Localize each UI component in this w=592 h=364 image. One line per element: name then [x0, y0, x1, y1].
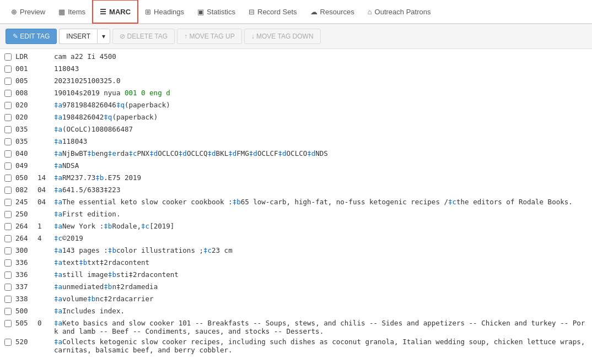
- marc-row-checkbox[interactable]: [4, 234, 15, 244]
- marc-row-checkbox[interactable]: [4, 246, 15, 256]
- nav-preview[interactable]: ⊕ Preview: [4, 0, 52, 24]
- marc-row: 2641‡aNew York :‡bRodale,‡c[2019]: [4, 221, 588, 233]
- edit-tag-label: ✎ EDIT TAG: [13, 32, 50, 40]
- marc-tag: 008: [15, 89, 37, 97]
- marc-row: 020‡a1984826042‡q(paperback): [4, 112, 588, 124]
- marc-toolbar: ✎ EDIT TAG INSERT ▾ ⊘ DELETE TAG ↑ MOVE …: [0, 24, 592, 49]
- edit-tag-button[interactable]: ✎ EDIT TAG: [6, 29, 57, 44]
- marc-tag: 035: [15, 125, 37, 133]
- marc-tag: 035: [15, 137, 37, 145]
- nav-headings[interactable]: ⊞ Headings: [138, 0, 191, 24]
- marc-tag: 005: [15, 77, 37, 85]
- marc-row-checkbox[interactable]: [4, 338, 15, 347]
- marc-data: ‡a(OCoLC)1080866487: [54, 125, 588, 133]
- marc-tag: 082: [15, 186, 37, 194]
- headings-icon: ⊞: [145, 8, 151, 16]
- marc-row-checkbox[interactable]: [4, 173, 15, 183]
- nav-items[interactable]: ▦ Items: [52, 0, 92, 24]
- marc-data: ‡aNDSA: [54, 161, 588, 170]
- marc-data: ‡atext‡btxt‡2rdacontent: [54, 258, 588, 267]
- marc-data: ‡avolume‡bnc‡2rdacarrier: [54, 295, 588, 303]
- marc-row-checkbox[interactable]: [4, 125, 15, 135]
- marc-row-checkbox[interactable]: [4, 270, 15, 280]
- nav-outreach-patrons-label: Outreach Patrons: [375, 8, 431, 16]
- nav-statistics[interactable]: ▣ Statistics: [191, 0, 242, 24]
- marc-indicators: 14: [37, 173, 54, 182]
- marc-row: 520‡aCollects ketogenic slow cooker reci…: [4, 336, 588, 355]
- marc-row-checkbox[interactable]: [4, 258, 15, 268]
- marc-row-checkbox[interactable]: [4, 137, 15, 147]
- marc-row-checkbox[interactable]: [4, 149, 15, 159]
- marc-data: ‡a143 pages :‡bcolor illustrations ;‡c23…: [54, 246, 588, 254]
- marc-tag: 336: [15, 258, 37, 267]
- move-tag-up-button[interactable]: ↑ MOVE TAG UP: [177, 29, 242, 44]
- marc-tag: 020: [15, 101, 37, 109]
- marc-row-checkbox[interactable]: [4, 307, 15, 317]
- nav-outreach-patrons[interactable]: ⌂ Outreach Patrons: [361, 0, 438, 24]
- marc-row: 08204‡a641.5/6383‡223: [4, 184, 588, 197]
- marc-row: 300‡a143 pages :‡bcolor illustrations ;‡…: [4, 245, 588, 257]
- marc-row: 24504‡aThe essential keto slow cooker co…: [4, 197, 588, 209]
- marc-row-checkbox[interactable]: [4, 89, 15, 99]
- nav-marc-label: MARC: [109, 8, 131, 16]
- delete-tag-label: ⊘ DELETE TAG: [120, 32, 168, 40]
- marc-data: cam a22 Ii 4500: [54, 52, 588, 61]
- marc-tag: 500: [15, 307, 37, 315]
- marc-row-checkbox[interactable]: [4, 77, 15, 86]
- marc-row-checkbox[interactable]: [4, 198, 15, 208]
- marc-tag: 050: [15, 173, 37, 182]
- marc-data: ‡aRM237.73‡b.E75 2019: [54, 173, 588, 182]
- marc-data: ‡aIncludes index.: [54, 307, 588, 315]
- nav-headings-label: Headings: [154, 8, 184, 16]
- marc-data: ‡a1984826042‡q(paperback): [54, 113, 588, 121]
- delete-tag-button[interactable]: ⊘ DELETE TAG: [112, 29, 175, 44]
- marc-indicators: 1: [37, 222, 54, 230]
- marc-row: 00520231025100325.0: [4, 75, 588, 88]
- marc-tag: 245: [15, 198, 37, 206]
- marc-row: 500‡aIncludes index.: [4, 306, 588, 318]
- nav-marc[interactable]: ☰ MARC: [92, 0, 138, 24]
- marc-row: 250‡aFirst edition.: [4, 209, 588, 221]
- nav-resources-label: Resources: [320, 8, 354, 16]
- top-navigation: ⊕ Preview ▦ Items ☰ MARC ⊞ Headings ▣ St…: [0, 0, 592, 24]
- insert-button[interactable]: INSERT: [59, 29, 97, 44]
- marc-data: 20231025100325.0: [54, 77, 588, 85]
- marc-data: ‡aCollects ketogenic slow cooker recipes…: [54, 338, 588, 354]
- marc-row-checkbox[interactable]: [4, 186, 15, 195]
- marc-row: 035‡a(OCoLC)1080866487: [4, 124, 588, 136]
- move-tag-up-label: ↑ MOVE TAG UP: [184, 32, 235, 40]
- nav-preview-label: Preview: [20, 8, 45, 16]
- marc-row: 336‡atext‡btxt‡2rdacontent: [4, 257, 588, 269]
- marc-indicators: 04: [37, 186, 54, 194]
- insert-dropdown-button[interactable]: ▾: [97, 29, 110, 44]
- marc-tag: LDR: [15, 52, 37, 61]
- marc-data: 190104s2019 nyua 001 0 eng d: [54, 89, 588, 97]
- marc-row-checkbox[interactable]: [4, 52, 15, 62]
- marc-row-checkbox[interactable]: [4, 161, 15, 171]
- nav-resources[interactable]: ☁ Resources: [304, 0, 361, 24]
- marc-indicators: 0: [37, 319, 54, 327]
- marc-row: 2644‡c©2019: [4, 233, 588, 245]
- marc-row-checkbox[interactable]: [4, 101, 15, 111]
- nav-record-sets[interactable]: ⊟ Record Sets: [242, 0, 304, 24]
- marc-tag: 264: [15, 222, 37, 230]
- marc-row-checkbox[interactable]: [4, 295, 15, 305]
- marc-tag: 250: [15, 210, 37, 218]
- marc-row-checkbox[interactable]: [4, 210, 15, 220]
- marc-tag: 049: [15, 161, 37, 170]
- marc-row-checkbox[interactable]: [4, 113, 15, 123]
- marc-row-checkbox[interactable]: [4, 319, 15, 329]
- move-tag-down-button[interactable]: ↓ MOVE TAG DOWN: [244, 29, 321, 44]
- marc-data: ‡aNew York :‡bRodale,‡c[2019]: [54, 222, 588, 230]
- marc-tag: 337: [15, 282, 37, 291]
- marc-tag: 001: [15, 64, 37, 73]
- outreach-patrons-icon: ⌂: [368, 8, 372, 16]
- marc-row-checkbox[interactable]: [4, 64, 15, 74]
- marc-row-checkbox[interactable]: [4, 222, 15, 232]
- resources-icon: ☁: [310, 8, 317, 16]
- marc-row: 5050‡aKeto basics and slow cooker 101 --…: [4, 318, 588, 336]
- marc-data: ‡a118043: [54, 137, 588, 145]
- nav-record-sets-label: Record Sets: [257, 8, 297, 16]
- marc-row-checkbox[interactable]: [4, 282, 15, 292]
- marc-data: ‡aunmediated‡bn‡2rdamedia: [54, 282, 588, 291]
